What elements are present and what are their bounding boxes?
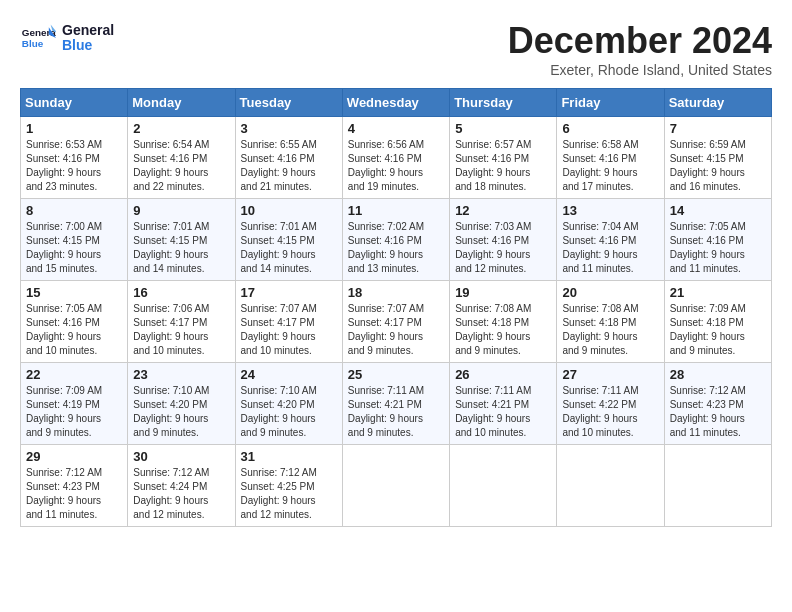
day-number: 11: [348, 203, 444, 218]
day-number: 2: [133, 121, 229, 136]
svg-text:Blue: Blue: [22, 38, 44, 49]
day-cell: 13Sunrise: 7:04 AM Sunset: 4:16 PM Dayli…: [557, 199, 664, 281]
day-number: 30: [133, 449, 229, 464]
day-info: Sunrise: 6:53 AM Sunset: 4:16 PM Dayligh…: [26, 138, 122, 194]
week-row-5: 29Sunrise: 7:12 AM Sunset: 4:23 PM Dayli…: [21, 445, 772, 527]
day-number: 27: [562, 367, 658, 382]
day-info: Sunrise: 7:02 AM Sunset: 4:16 PM Dayligh…: [348, 220, 444, 276]
day-cell: 31Sunrise: 7:12 AM Sunset: 4:25 PM Dayli…: [235, 445, 342, 527]
day-cell: 19Sunrise: 7:08 AM Sunset: 4:18 PM Dayli…: [450, 281, 557, 363]
day-cell: [664, 445, 771, 527]
day-info: Sunrise: 7:12 AM Sunset: 4:23 PM Dayligh…: [26, 466, 122, 522]
week-row-1: 1Sunrise: 6:53 AM Sunset: 4:16 PM Daylig…: [21, 117, 772, 199]
day-info: Sunrise: 6:57 AM Sunset: 4:16 PM Dayligh…: [455, 138, 551, 194]
day-info: Sunrise: 7:12 AM Sunset: 4:24 PM Dayligh…: [133, 466, 229, 522]
day-number: 8: [26, 203, 122, 218]
header-row: SundayMondayTuesdayWednesdayThursdayFrid…: [21, 89, 772, 117]
day-number: 1: [26, 121, 122, 136]
day-info: Sunrise: 7:07 AM Sunset: 4:17 PM Dayligh…: [348, 302, 444, 358]
day-number: 5: [455, 121, 551, 136]
day-info: Sunrise: 7:03 AM Sunset: 4:16 PM Dayligh…: [455, 220, 551, 276]
day-number: 18: [348, 285, 444, 300]
day-cell: 16Sunrise: 7:06 AM Sunset: 4:17 PM Dayli…: [128, 281, 235, 363]
day-info: Sunrise: 7:04 AM Sunset: 4:16 PM Dayligh…: [562, 220, 658, 276]
day-info: Sunrise: 7:01 AM Sunset: 4:15 PM Dayligh…: [241, 220, 337, 276]
header-cell-sunday: Sunday: [21, 89, 128, 117]
header-cell-saturday: Saturday: [664, 89, 771, 117]
day-number: 29: [26, 449, 122, 464]
day-number: 25: [348, 367, 444, 382]
day-cell: 2Sunrise: 6:54 AM Sunset: 4:16 PM Daylig…: [128, 117, 235, 199]
day-cell: 27Sunrise: 7:11 AM Sunset: 4:22 PM Dayli…: [557, 363, 664, 445]
location-label: Exeter, Rhode Island, United States: [508, 62, 772, 78]
day-cell: 8Sunrise: 7:00 AM Sunset: 4:15 PM Daylig…: [21, 199, 128, 281]
day-info: Sunrise: 7:09 AM Sunset: 4:19 PM Dayligh…: [26, 384, 122, 440]
day-info: Sunrise: 7:10 AM Sunset: 4:20 PM Dayligh…: [241, 384, 337, 440]
day-number: 20: [562, 285, 658, 300]
day-number: 23: [133, 367, 229, 382]
calendar-header: SundayMondayTuesdayWednesdayThursdayFrid…: [21, 89, 772, 117]
day-info: Sunrise: 6:54 AM Sunset: 4:16 PM Dayligh…: [133, 138, 229, 194]
day-cell: 5Sunrise: 6:57 AM Sunset: 4:16 PM Daylig…: [450, 117, 557, 199]
day-number: 16: [133, 285, 229, 300]
day-cell: 22Sunrise: 7:09 AM Sunset: 4:19 PM Dayli…: [21, 363, 128, 445]
day-info: Sunrise: 6:56 AM Sunset: 4:16 PM Dayligh…: [348, 138, 444, 194]
day-info: Sunrise: 7:12 AM Sunset: 4:25 PM Dayligh…: [241, 466, 337, 522]
day-cell: 21Sunrise: 7:09 AM Sunset: 4:18 PM Dayli…: [664, 281, 771, 363]
day-info: Sunrise: 7:05 AM Sunset: 4:16 PM Dayligh…: [670, 220, 766, 276]
logo-icon: General Blue: [20, 20, 56, 56]
day-number: 28: [670, 367, 766, 382]
logo-line2: Blue: [62, 38, 114, 53]
week-row-2: 8Sunrise: 7:00 AM Sunset: 4:15 PM Daylig…: [21, 199, 772, 281]
day-cell: 6Sunrise: 6:58 AM Sunset: 4:16 PM Daylig…: [557, 117, 664, 199]
day-number: 12: [455, 203, 551, 218]
day-number: 17: [241, 285, 337, 300]
header-cell-thursday: Thursday: [450, 89, 557, 117]
day-info: Sunrise: 7:10 AM Sunset: 4:20 PM Dayligh…: [133, 384, 229, 440]
day-cell: 20Sunrise: 7:08 AM Sunset: 4:18 PM Dayli…: [557, 281, 664, 363]
day-cell: 3Sunrise: 6:55 AM Sunset: 4:16 PM Daylig…: [235, 117, 342, 199]
day-cell: [450, 445, 557, 527]
day-number: 24: [241, 367, 337, 382]
day-cell: 18Sunrise: 7:07 AM Sunset: 4:17 PM Dayli…: [342, 281, 449, 363]
title-area: December 2024 Exeter, Rhode Island, Unit…: [508, 20, 772, 78]
day-number: 7: [670, 121, 766, 136]
day-cell: 7Sunrise: 6:59 AM Sunset: 4:15 PM Daylig…: [664, 117, 771, 199]
day-cell: 9Sunrise: 7:01 AM Sunset: 4:15 PM Daylig…: [128, 199, 235, 281]
day-cell: 30Sunrise: 7:12 AM Sunset: 4:24 PM Dayli…: [128, 445, 235, 527]
logo-line1: General: [62, 23, 114, 38]
header-cell-friday: Friday: [557, 89, 664, 117]
day-cell: 12Sunrise: 7:03 AM Sunset: 4:16 PM Dayli…: [450, 199, 557, 281]
calendar-table: SundayMondayTuesdayWednesdayThursdayFrid…: [20, 88, 772, 527]
day-info: Sunrise: 6:59 AM Sunset: 4:15 PM Dayligh…: [670, 138, 766, 194]
day-number: 4: [348, 121, 444, 136]
day-info: Sunrise: 7:12 AM Sunset: 4:23 PM Dayligh…: [670, 384, 766, 440]
day-number: 26: [455, 367, 551, 382]
day-number: 9: [133, 203, 229, 218]
day-number: 15: [26, 285, 122, 300]
day-info: Sunrise: 7:00 AM Sunset: 4:15 PM Dayligh…: [26, 220, 122, 276]
week-row-3: 15Sunrise: 7:05 AM Sunset: 4:16 PM Dayli…: [21, 281, 772, 363]
day-cell: 25Sunrise: 7:11 AM Sunset: 4:21 PM Dayli…: [342, 363, 449, 445]
day-number: 6: [562, 121, 658, 136]
day-cell: 10Sunrise: 7:01 AM Sunset: 4:15 PM Dayli…: [235, 199, 342, 281]
header-cell-monday: Monday: [128, 89, 235, 117]
day-cell: 14Sunrise: 7:05 AM Sunset: 4:16 PM Dayli…: [664, 199, 771, 281]
day-info: Sunrise: 7:11 AM Sunset: 4:21 PM Dayligh…: [455, 384, 551, 440]
day-info: Sunrise: 6:58 AM Sunset: 4:16 PM Dayligh…: [562, 138, 658, 194]
day-number: 21: [670, 285, 766, 300]
day-cell: 28Sunrise: 7:12 AM Sunset: 4:23 PM Dayli…: [664, 363, 771, 445]
day-number: 22: [26, 367, 122, 382]
day-cell: 26Sunrise: 7:11 AM Sunset: 4:21 PM Dayli…: [450, 363, 557, 445]
calendar-body: 1Sunrise: 6:53 AM Sunset: 4:16 PM Daylig…: [21, 117, 772, 527]
day-cell: [342, 445, 449, 527]
day-number: 31: [241, 449, 337, 464]
day-cell: 29Sunrise: 7:12 AM Sunset: 4:23 PM Dayli…: [21, 445, 128, 527]
month-title: December 2024: [508, 20, 772, 62]
header-cell-wednesday: Wednesday: [342, 89, 449, 117]
day-number: 3: [241, 121, 337, 136]
day-info: Sunrise: 7:11 AM Sunset: 4:21 PM Dayligh…: [348, 384, 444, 440]
day-number: 10: [241, 203, 337, 218]
day-cell: 24Sunrise: 7:10 AM Sunset: 4:20 PM Dayli…: [235, 363, 342, 445]
day-number: 13: [562, 203, 658, 218]
